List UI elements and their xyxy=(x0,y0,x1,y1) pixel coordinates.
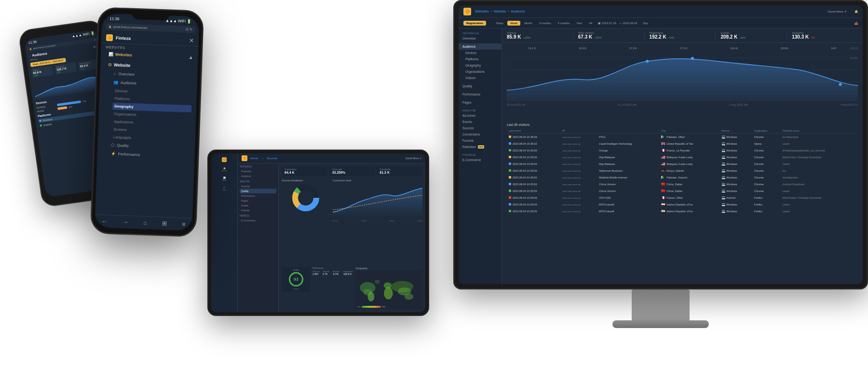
phone-notch xyxy=(131,10,170,21)
svg-point-20 xyxy=(839,83,841,86)
panel-sources[interactable]: Sources xyxy=(240,184,276,189)
table-row[interactable]: 2023.08.04 10:36:06 ●●●.●●●.●●●.●● PTCL … xyxy=(507,134,858,140)
sidebar-item-geography[interactable]: Geography xyxy=(459,62,502,69)
filter-3months[interactable]: 3 months xyxy=(536,21,554,26)
monitor-saved-filters[interactable]: Saved filters ✕ xyxy=(827,10,847,13)
sidebar-item-devices[interactable]: Devices xyxy=(459,50,502,56)
sidebar-item-overview[interactable]: Overview xyxy=(459,35,502,41)
monitor-stats-row: Visitors 85.9 K +18% New visitors 67.3 K xyxy=(502,28,863,43)
tablet-right-content: Conversions 84.4 K Conv. rate 33.250% Co… xyxy=(279,164,425,312)
panel-performance[interactable]: Performance xyxy=(240,193,276,198)
svg-point-7 xyxy=(368,292,375,302)
pr-back-button[interactable]: ← xyxy=(102,218,108,225)
sidebar-section-audience: Audience Devices Platforms Geography Org… xyxy=(459,43,502,81)
pr-tabs-button[interactable]: ⊞ xyxy=(162,220,167,227)
table-row[interactable]: 2023.08.04 10:35:56 ●●●.●●●.●●●.●● China… xyxy=(507,188,858,194)
monitor-stat-pageviews: Pageviews 192.2 K +9% xyxy=(645,31,716,40)
tablet-line-section: Conversion trend xyxy=(333,179,422,264)
svg-point-13 xyxy=(375,280,380,284)
pr-close-button[interactable]: ✕ xyxy=(189,37,194,44)
panel-audience[interactable]: Audience xyxy=(240,174,276,178)
pr-menu-button[interactable]: ≡ xyxy=(182,221,185,228)
sidebar-item-ecommerce[interactable]: E-Commerce xyxy=(459,157,502,163)
sidebar-item-adzones[interactable]: Ad zones xyxy=(459,112,502,119)
monitor-chart-area: 19.0 K 11.0 K 11.1 K 12.4 K 17.2 K 17.1 … xyxy=(502,43,863,120)
tablet-sidebar-settings[interactable]: ⚙Set xyxy=(211,184,237,193)
sidebar-item-platforms[interactable]: Platforms xyxy=(459,56,502,62)
filter-week[interactable]: Week xyxy=(507,21,520,26)
phone-left-signal: ▲▲▲ WiFi 🔋 xyxy=(72,31,95,39)
sidebar-item-sources[interactable]: Sources xyxy=(459,125,502,131)
pr-bottom-bar: ← → ⌂ ⊞ ≡ xyxy=(95,214,192,231)
tablet-main: 🔶 Home › Sources Saved filters ✕ Technic… xyxy=(238,153,425,312)
svg-point-19 xyxy=(691,57,694,60)
filter-day[interactable]: Day xyxy=(640,21,651,26)
sidebar-item-pages[interactable]: Pages xyxy=(459,99,502,106)
sidebar-item-visitors[interactable]: Visitors xyxy=(459,75,502,81)
panel-quality[interactable]: Quality xyxy=(240,189,276,193)
filter-6months[interactable]: 6 months xyxy=(555,21,573,26)
tablet-stat-conversion: Conversion 81.3 K xyxy=(377,166,422,176)
sidebar-item-funnels[interactable]: Funnels xyxy=(459,137,502,144)
filter-month[interactable]: Month xyxy=(521,21,535,26)
sidebar-item-quality[interactable]: Quality xyxy=(459,83,502,89)
pr-websites-item[interactable]: 📊 Websites ▲ xyxy=(106,50,193,61)
tablet-bottom-section: Quality 93 Score Performance Time xyxy=(282,267,422,309)
panel-events[interactable]: Events xyxy=(240,203,276,208)
tablet-sidebar-home[interactable]: 🏠Home xyxy=(211,165,237,174)
panel-ecommerce[interactable]: E-Commerce xyxy=(240,218,276,223)
table-row[interactable]: 2023.08.04 10:35:56 ●●●.●●●.●●●.●● OVH S… xyxy=(507,194,858,201)
tablet-sidebar-websites[interactable]: 📊Web xyxy=(211,175,237,183)
monitor-tab-registration[interactable]: Registration xyxy=(463,21,486,26)
phone-left-time: 11:36 xyxy=(28,40,37,44)
panel-section-analyse: Analyse Sources Quality Performance Page… xyxy=(240,180,276,213)
monitor-stat-visitors: Visitors 85.9 K +18% xyxy=(507,31,573,40)
filter-date-start[interactable]: ▣ 2023.07.29 xyxy=(598,21,616,25)
phone-right-menu: 🔶 Finteza ✕ Websites 📊 Websites ▲ xyxy=(97,31,199,165)
table-row[interactable]: 2023.08.04 10:35:56 ●●●.●●●.●●●.●● Safar… xyxy=(507,167,858,174)
sidebar-item-performance[interactable]: Performance xyxy=(459,91,502,97)
monitor-stat-new-visitors: New visitors 67.3 K +18% xyxy=(573,31,645,40)
filter-today[interactable]: Today xyxy=(493,21,506,26)
monitor: 🔶 Websites › Website › Audience Saved fi… xyxy=(453,0,868,328)
sidebar-section-analyse: Analyse Ad zones Events Sources Conversi… xyxy=(459,108,502,150)
table-row[interactable]: 2023.08.04 10:35:58 ●●●.●●●.●●●.●● Orang… xyxy=(507,147,858,154)
monitor-notification-icon[interactable]: 🔔 xyxy=(854,10,858,13)
sidebar-item-audience[interactable]: Audience xyxy=(459,43,502,50)
table-row[interactable]: 2023.08.04 10:35:55 ●●●.●●●.●●●.●● MTN I… xyxy=(507,201,858,208)
pr-forward-button[interactable]: → xyxy=(122,219,128,225)
tablet-charts-area: Sources breakdown xyxy=(282,179,422,264)
table-row[interactable]: 2023.08.04 10:35:56 ●●●.●●●.●●●.●● China… xyxy=(507,181,858,188)
sidebar-section-quality: Quality xyxy=(459,83,502,89)
filter-all[interactable]: All xyxy=(586,21,595,26)
monitor-chart-x-labels: 29 Jul 2023, Sa 31 Jul 2023, Mo 2 Aug 20… xyxy=(507,103,858,106)
sidebar-item-events[interactable]: Events xyxy=(459,119,502,125)
phone-right: 11:36 ▲▲▲ WiFi 🔋 🔒 panel.finteza.com/web… xyxy=(90,7,204,237)
monitor-filterbar: Registration Today Week Month 3 months 6… xyxy=(459,18,863,28)
panel-pages[interactable]: Pages xyxy=(240,198,276,203)
filter-year[interactable]: Year xyxy=(573,21,585,26)
monitor-base xyxy=(612,320,709,328)
monitor-content: Visitors 85.9 K +18% New visitors 67.3 K xyxy=(502,28,863,284)
filter-date-end[interactable]: — 2023.08.04 xyxy=(619,22,637,25)
table-row[interactable]: 2023.08.04 10:35:55 ●●●.●●●.●●●.●● MTN I… xyxy=(507,208,858,215)
table-row[interactable]: 2023.08.04 10:36:02 ●●●.●●●.●●●.●● Liqui… xyxy=(507,140,858,147)
svg-point-4 xyxy=(299,191,312,205)
tablet: 🔶 🏠Home 📊Web ⚙Set 🔶 Home › Sources Saved… xyxy=(207,150,429,316)
sidebar-section-pages: Pages xyxy=(459,99,502,106)
sidebar-section-finance: Finance E-Commerce xyxy=(459,152,502,163)
svg-point-18 xyxy=(646,60,649,63)
table-row[interactable]: 2023.08.04 10:35:56 ●●●.●●●.●●●.●● Digi … xyxy=(507,154,858,161)
panel-funnels[interactable]: Funnels xyxy=(240,208,276,213)
panel-overview[interactable]: Overview xyxy=(240,169,276,174)
pr-home-button[interactable]: ⌂ xyxy=(143,219,147,226)
monitor-topbar: 🔶 Websites › Website › Audience Saved fi… xyxy=(459,5,863,18)
monitor-share-icon[interactable]: 📤 xyxy=(854,21,858,25)
monitor-sidebar: Technical Overview Audience Devices Plat… xyxy=(459,28,502,284)
sidebar-item-organizations[interactable]: Organizations xyxy=(459,69,502,75)
monitor-table-body: 2023.08.04 10:36:06 ●●●.●●●.●●●.●● PTCL … xyxy=(507,134,858,215)
sidebar-item-retention[interactable]: Retention NEW xyxy=(459,144,502,150)
sidebar-item-conversions[interactable]: Conversions xyxy=(459,131,502,137)
table-row[interactable]: 2023.08.04 10:35:56 ●●●.●●●.●●●.●● Digi … xyxy=(507,161,858,167)
table-row[interactable]: 2023.08.04 10:35:56 ●●●.●●●.●●●.●● Mobil… xyxy=(507,174,858,181)
